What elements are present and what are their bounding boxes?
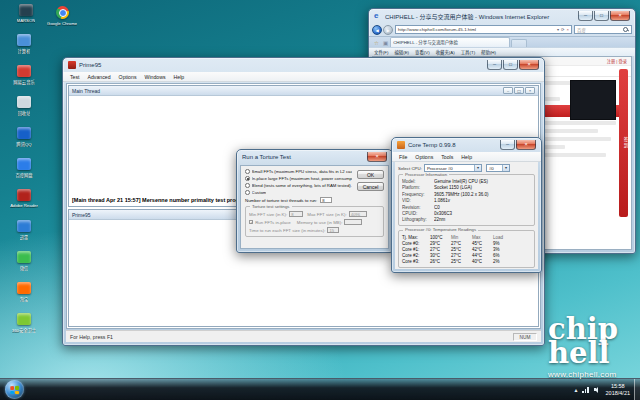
close-button[interactable] (519, 60, 539, 70)
app-icon (17, 96, 31, 108)
close-button[interactable] (367, 152, 387, 162)
search-box[interactable]: 百度 (574, 25, 632, 34)
browser-menu-item[interactable]: 帮助(H) (478, 49, 499, 55)
desktop-icon[interactable]: 计算机 (2, 34, 46, 63)
max-fft-input[interactable]: 4096 (349, 211, 367, 217)
browser-title: CHIPHELL - 分享与交流用户体验 - Windows Internet … (385, 12, 578, 21)
col-header-max: Max (472, 235, 493, 240)
page-login-links[interactable]: 注册 | 登录 (607, 58, 627, 64)
coretemp-window: Core Temp 0.99.8 FileOptionsToolsHelp Se… (391, 137, 542, 273)
prime95-menu-item[interactable]: Help (170, 74, 189, 80)
close-button[interactable] (610, 11, 630, 21)
watermark-url: www.chiphell.com (548, 370, 618, 379)
refresh-icon[interactable] (561, 27, 565, 32)
clock-date: 2018/4/21 (606, 390, 630, 397)
desktop-icon[interactable]: 网易云音乐 (2, 65, 46, 94)
maximize-button[interactable] (503, 60, 518, 70)
radio-icon (245, 183, 250, 188)
browser-menu-item[interactable]: 编辑(E) (391, 49, 412, 55)
desktop-icon-chrome[interactable]: Google Chrome (44, 6, 80, 26)
group-title: Processor Information (403, 172, 449, 177)
radio-option[interactable]: In-place large FFTs (maximum heat, power… (245, 176, 352, 181)
chevron-down-icon[interactable] (502, 165, 509, 171)
network-icon[interactable] (582, 386, 589, 393)
ad-image[interactable] (570, 80, 616, 120)
address-dropdown-icon[interactable] (557, 27, 559, 32)
favorites-bar-icon[interactable] (383, 40, 388, 46)
back-button[interactable] (372, 25, 382, 35)
radio-option[interactable]: Blend (tests some of everything, lots of… (245, 183, 352, 188)
main-thread-titlebar[interactable]: Main Thread (69, 86, 538, 96)
coretemp-titlebar[interactable]: Core Temp 0.99.8 (392, 138, 541, 152)
browser-menu-item[interactable]: 查看(V) (412, 49, 433, 55)
volume-icon[interactable] (594, 386, 601, 393)
dialog-titlebar[interactable]: Run a Torture Test (237, 150, 392, 164)
coretemp-menu-item[interactable]: File (395, 154, 411, 160)
ok-button[interactable]: OK (357, 170, 384, 179)
coretemp-menu-item[interactable]: Help (457, 154, 476, 160)
search-icon[interactable] (623, 27, 629, 33)
dialog-body: Small FFTs (maximum FPU stress, data fit… (240, 165, 389, 249)
minimize-button[interactable] (578, 11, 593, 21)
minimize-button[interactable] (487, 60, 502, 70)
show-desktop-button[interactable] (634, 379, 640, 400)
chevron-down-icon[interactable] (474, 165, 481, 171)
desktop-icon-marson[interactable]: MARSON (8, 4, 44, 23)
prime95-menu-item[interactable]: Windows (140, 74, 169, 80)
desktop-icon-label: 计算机 (18, 48, 31, 54)
radio-icon (245, 176, 250, 181)
coretemp-menu-item[interactable]: Options (411, 154, 437, 160)
side-float-bar[interactable]: 签到 (619, 69, 628, 217)
info-value: 3605.79MHz (100.2 x 36.0) (434, 192, 531, 197)
new-tab-button[interactable] (511, 39, 527, 47)
browser-tab[interactable]: CHIPHELL - 分享与交流用户体验 (390, 37, 510, 47)
core-min: 27°C (451, 253, 472, 258)
stop-icon[interactable] (567, 27, 569, 32)
threads-input[interactable]: 8 (320, 197, 332, 203)
cancel-button[interactable]: Cancel (357, 182, 384, 191)
desktop-icon-label: MARSON (17, 18, 36, 23)
minimize-button[interactable] (503, 87, 513, 94)
minimize-button[interactable] (500, 140, 515, 150)
radio-icon (245, 190, 250, 195)
close-button[interactable] (525, 87, 535, 94)
prime95-titlebar[interactable]: Prime95 (63, 58, 544, 72)
maximize-button[interactable] (594, 11, 609, 21)
desktop-icon[interactable]: 微信 (2, 251, 46, 280)
start-button[interactable] (5, 380, 24, 399)
prime95-icon (68, 61, 76, 69)
desktop-icon[interactable]: 回收站 (2, 96, 46, 125)
desktop-icon[interactable]: 迅雷 (2, 220, 46, 249)
prime95-menu-item[interactable]: Test (66, 74, 84, 80)
core-temp-table: Core #0: 29°C 27°C 45°C 9% Core #1: 27°C… (402, 241, 531, 265)
prime95-menu-item[interactable]: Advanced (84, 74, 115, 80)
coretemp-menu-item[interactable]: Tools (437, 154, 457, 160)
desktop-icon[interactable]: 淘宝 (2, 282, 46, 311)
browser-menu-item[interactable]: 收藏夹(A) (433, 49, 458, 55)
core-select-combo[interactable]: #0 (486, 164, 510, 172)
browser-menu-item[interactable]: 文件(F) (371, 49, 391, 55)
desktop-icon[interactable]: 360安全卫士 (2, 313, 46, 342)
favorites-star-icon[interactable] (374, 40, 379, 46)
forward-button[interactable] (383, 25, 393, 35)
taskbar-clock[interactable]: 15:58 2018/4/21 (606, 383, 630, 396)
torture-options: Small FFTs (maximum FPU stress, data fit… (245, 169, 352, 195)
memory-input[interactable] (344, 219, 362, 225)
min-fft-input[interactable]: 8 (289, 211, 303, 217)
browser-menu-item[interactable]: 工具(T) (458, 49, 478, 55)
radio-option[interactable]: Custom (245, 190, 352, 195)
desktop-icon[interactable]: 腾讯QQ (2, 127, 46, 156)
desktop-icon[interactable]: Adobe Reader (2, 189, 46, 218)
tray-expand-icon[interactable]: ▲ (573, 387, 578, 393)
desktop-icon[interactable]: 百度网盘 (2, 158, 46, 187)
run-ffts-inplace-checkbox[interactable] (249, 220, 253, 224)
time-input[interactable]: 15 (327, 227, 339, 233)
maximize-button[interactable] (514, 87, 524, 94)
prime95-menu-item[interactable]: Options (115, 74, 141, 80)
browser-navbar: http://www.chiphell.com/forum-45-1.html … (369, 23, 635, 36)
close-button[interactable] (516, 140, 536, 150)
address-bar[interactable]: http://www.chiphell.com/forum-45-1.html (395, 25, 572, 34)
radio-option[interactable]: Small FFTs (maximum FPU stress, data fit… (245, 169, 352, 174)
browser-titlebar[interactable]: CHIPHELL - 分享与交流用户体验 - Windows Internet … (369, 9, 635, 23)
core-min: 25°C (451, 259, 472, 264)
